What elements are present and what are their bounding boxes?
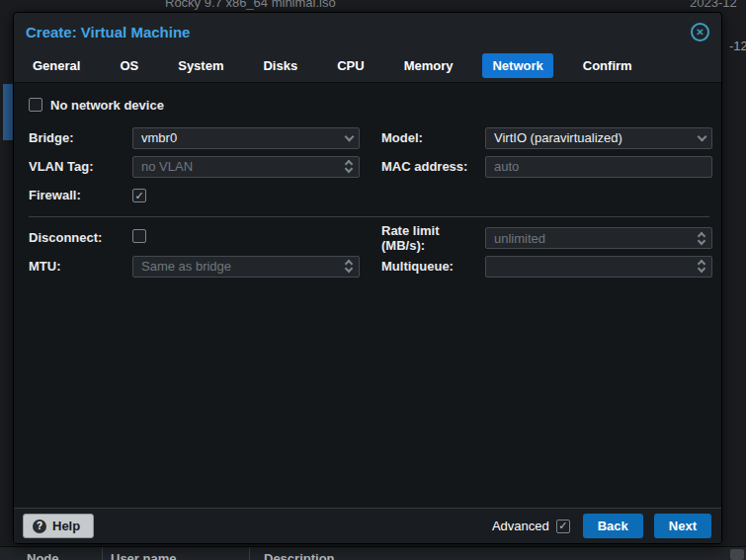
bridge-label: Bridge: [29, 130, 132, 145]
firewall-row: Firewall: ✓ [29, 181, 360, 209]
tab-system[interactable]: System [168, 53, 233, 78]
model-row: Model: [381, 123, 712, 152]
model-label: Model: [381, 130, 485, 145]
vlan-tag-input[interactable] [133, 157, 339, 177]
multiqueue-input[interactable] [486, 257, 692, 277]
mac-address-input[interactable] [486, 157, 711, 177]
bridge-row: Bridge: [29, 123, 360, 152]
tab-cpu[interactable]: CPU [327, 53, 373, 78]
rate-limit-row: Rate limit (MB/s): [381, 223, 712, 252]
bridge-dropdown-trigger[interactable] [339, 128, 359, 148]
firewall-label: Firewall: [29, 188, 132, 202]
model-dropdown-trigger[interactable] [692, 128, 711, 148]
tab-os[interactable]: OS [110, 53, 148, 78]
tab-memory[interactable]: Memory [394, 53, 463, 78]
dialog-titlebar: Create: Virtual Machine ✕ [14, 13, 721, 50]
proxmox-screen: Rocky 9.7 x86_64 minimal.iso 2023-12 -12… [0, 0, 746, 560]
task-column-node: Node [27, 551, 59, 560]
help-button[interactable]: ? Help [23, 514, 94, 538]
background-selected-tree-item [3, 84, 13, 140]
spinner-down-icon [698, 265, 705, 273]
create-vm-dialog: Create: Virtual Machine ✕ General OS Sys… [13, 12, 722, 544]
multiqueue-spinner[interactable] [485, 256, 712, 278]
background-scrollbar-corner [730, 549, 744, 560]
chevron-down-icon [697, 131, 706, 141]
mac-address-field[interactable] [485, 156, 712, 178]
rate-limit-input[interactable] [486, 228, 692, 248]
spinner-down-icon [345, 165, 353, 173]
chevron-down-icon [344, 131, 354, 141]
dialog-title: Create: Virtual Machine [26, 24, 190, 40]
rate-limit-spin-buttons[interactable] [692, 228, 711, 248]
question-mark-icon: ? [33, 520, 46, 533]
background-date-fragment: -12 [729, 39, 746, 53]
multiqueue-spin-buttons[interactable] [692, 257, 711, 277]
firewall-checkbox-cell: ✓ [132, 188, 360, 203]
form-section-advanced: Disconnect: MTU: Rate limit (MB/s): [29, 223, 712, 280]
network-form-body: No network device Bridge: VLAN Tag: [14, 82, 721, 508]
advanced-column-right: Rate limit (MB/s): Multiqueue: [381, 223, 712, 280]
no-network-device-label: No network device [50, 98, 164, 113]
task-column-description: Description [264, 551, 335, 560]
disconnect-row: Disconnect: [29, 223, 360, 252]
mtu-spin-buttons[interactable] [339, 257, 359, 277]
no-network-device-row: No network device [29, 95, 712, 115]
advanced-column-left: Disconnect: MTU: [29, 223, 360, 280]
mtu-spinner[interactable] [132, 256, 360, 278]
advanced-checkbox[interactable]: ✓ [556, 520, 570, 533]
spinner-down-icon [345, 265, 353, 273]
vlan-tag-spinner[interactable] [132, 156, 360, 178]
vlan-tag-row: VLAN Tag: [29, 152, 360, 181]
vlan-tag-spin-buttons[interactable] [339, 157, 359, 177]
column-separator [249, 547, 250, 560]
help-button-label: Help [52, 519, 80, 533]
mtu-row: MTU: [29, 252, 360, 280]
tab-general[interactable]: General [23, 53, 90, 78]
disconnect-label: Disconnect: [29, 230, 132, 245]
advanced-section-separator [29, 216, 709, 217]
form-section-main: Bridge: VLAN Tag: Fi [29, 123, 712, 209]
back-button[interactable]: Back [583, 514, 643, 538]
mtu-label: MTU: [29, 259, 132, 274]
model-input[interactable] [486, 128, 692, 148]
form-column-left: Bridge: VLAN Tag: Fi [29, 123, 360, 209]
rate-limit-label: Rate limit (MB/s): [381, 223, 485, 253]
multiqueue-row: Multiqueue: [381, 252, 712, 280]
form-column-right: Model: MAC address: [381, 123, 712, 209]
mtu-input[interactable] [133, 257, 339, 277]
next-button[interactable]: Next [654, 514, 711, 538]
task-column-username: User name [111, 551, 176, 560]
bridge-input[interactable] [133, 128, 339, 148]
tab-disks[interactable]: Disks [253, 53, 307, 78]
bridge-combobox[interactable] [132, 127, 360, 149]
disconnect-checkbox[interactable] [132, 229, 146, 243]
disconnect-checkbox-cell [132, 229, 360, 246]
no-network-device-checkbox[interactable] [29, 98, 42, 112]
background-date-text: 2023-12 [690, 0, 737, 10]
advanced-toggle: Advanced ✓ [492, 519, 570, 533]
background-iso-filename: Rocky 9.7 x86_64 minimal.iso [165, 0, 336, 10]
advanced-label: Advanced [492, 519, 549, 533]
dialog-footer: ? Help Advanced ✓ Back Next [14, 508, 721, 543]
close-icon[interactable]: ✕ [691, 23, 709, 41]
multiqueue-label: Multiqueue: [381, 259, 485, 274]
vlan-tag-label: VLAN Tag: [29, 159, 132, 174]
mac-address-label: MAC address: [381, 159, 485, 174]
wizard-tab-bar: General OS System Disks CPU Memory Netwo… [14, 50, 721, 82]
model-combobox[interactable] [485, 127, 712, 149]
tab-network[interactable]: Network [482, 53, 552, 78]
firewall-checkbox[interactable]: ✓ [132, 189, 146, 202]
column-separator [102, 547, 103, 560]
background-task-table-header: Node User name Description [0, 546, 746, 560]
mac-address-row: MAC address: [381, 152, 712, 181]
tab-confirm[interactable]: Confirm [573, 53, 642, 78]
rate-limit-spinner[interactable] [485, 227, 712, 249]
